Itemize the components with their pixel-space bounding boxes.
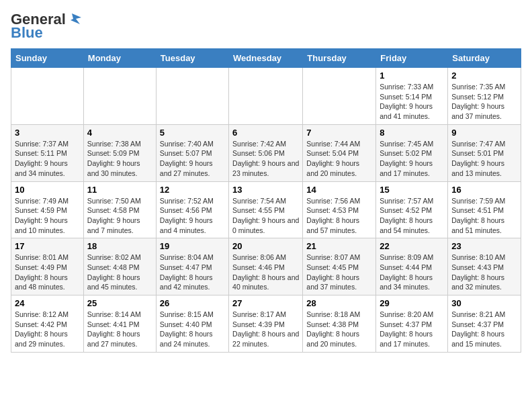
- day-number: 27: [232, 298, 299, 308]
- calendar-cell: 22Sunrise: 8:09 AM Sunset: 4:44 PM Dayli…: [376, 238, 448, 295]
- header-tuesday: Tuesday: [156, 49, 228, 68]
- day-number: 23: [451, 241, 517, 251]
- day-number: 2: [451, 71, 517, 81]
- day-info: Sunrise: 8:07 AM Sunset: 4:45 PM Dayligh…: [306, 253, 372, 292]
- calendar-cell: 29Sunrise: 8:20 AM Sunset: 4:37 PM Dayli…: [376, 295, 448, 353]
- calendar-cell: 21Sunrise: 8:07 AM Sunset: 4:45 PM Dayli…: [303, 238, 376, 295]
- day-info: Sunrise: 8:17 AM Sunset: 4:39 PM Dayligh…: [232, 310, 299, 349]
- day-info: Sunrise: 8:18 AM Sunset: 4:38 PM Dayligh…: [306, 310, 372, 349]
- day-number: 10: [15, 185, 80, 195]
- day-info: Sunrise: 8:12 AM Sunset: 4:42 PM Dayligh…: [15, 310, 80, 349]
- day-number: 25: [87, 298, 152, 308]
- day-number: 22: [380, 241, 444, 251]
- week-row-4: 17Sunrise: 8:01 AM Sunset: 4:49 PM Dayli…: [11, 238, 521, 295]
- day-info: Sunrise: 8:04 AM Sunset: 4:47 PM Dayligh…: [160, 253, 225, 292]
- day-info: Sunrise: 8:09 AM Sunset: 4:44 PM Dayligh…: [380, 253, 444, 292]
- day-info: Sunrise: 8:01 AM Sunset: 4:49 PM Dayligh…: [15, 253, 80, 292]
- day-number: 12: [160, 185, 225, 195]
- day-info: Sunrise: 8:21 AM Sunset: 4:37 PM Dayligh…: [451, 310, 517, 349]
- calendar-cell: 10Sunrise: 7:49 AM Sunset: 4:59 PM Dayli…: [11, 181, 84, 238]
- day-info: Sunrise: 7:44 AM Sunset: 5:04 PM Dayligh…: [306, 139, 372, 179]
- calendar-cell: 25Sunrise: 8:14 AM Sunset: 4:41 PM Dayli…: [83, 295, 156, 353]
- week-row-1: 1Sunrise: 7:33 AM Sunset: 5:14 PM Daylig…: [11, 68, 521, 125]
- day-info: Sunrise: 7:52 AM Sunset: 4:56 PM Dayligh…: [160, 196, 225, 236]
- day-number: 15: [380, 185, 444, 195]
- logo: General Blue: [11, 11, 81, 42]
- day-number: 26: [160, 298, 225, 308]
- calendar-cell: 11Sunrise: 7:50 AM Sunset: 4:58 PM Dayli…: [83, 181, 156, 238]
- day-number: 4: [87, 128, 152, 138]
- calendar-cell: 7Sunrise: 7:44 AM Sunset: 5:04 PM Daylig…: [303, 124, 376, 181]
- day-number: 11: [87, 185, 152, 195]
- day-number: 6: [232, 128, 299, 138]
- day-number: 8: [380, 128, 444, 138]
- day-info: Sunrise: 7:47 AM Sunset: 5:01 PM Dayligh…: [451, 139, 517, 179]
- day-number: 1: [380, 71, 444, 81]
- calendar-cell: 6Sunrise: 7:42 AM Sunset: 5:06 PM Daylig…: [229, 124, 303, 181]
- day-number: 18: [87, 241, 152, 251]
- day-info: Sunrise: 7:40 AM Sunset: 5:07 PM Dayligh…: [160, 139, 225, 179]
- week-row-3: 10Sunrise: 7:49 AM Sunset: 4:59 PM Dayli…: [11, 181, 521, 238]
- calendar-cell: 9Sunrise: 7:47 AM Sunset: 5:01 PM Daylig…: [448, 124, 521, 181]
- day-number: 20: [232, 241, 299, 251]
- calendar-cell: [11, 68, 84, 125]
- calendar-cell: 27Sunrise: 8:17 AM Sunset: 4:39 PM Dayli…: [229, 295, 303, 353]
- day-info: Sunrise: 7:42 AM Sunset: 5:06 PM Dayligh…: [232, 139, 299, 179]
- day-number: 17: [15, 241, 80, 251]
- day-info: Sunrise: 8:14 AM Sunset: 4:41 PM Dayligh…: [87, 310, 152, 349]
- calendar-cell: 15Sunrise: 7:57 AM Sunset: 4:52 PM Dayli…: [376, 181, 448, 238]
- day-info: Sunrise: 7:33 AM Sunset: 5:14 PM Dayligh…: [380, 82, 444, 122]
- day-number: 16: [451, 185, 517, 195]
- day-info: Sunrise: 7:35 AM Sunset: 5:12 PM Dayligh…: [451, 82, 517, 122]
- day-number: 28: [306, 298, 372, 308]
- calendar-cell: 17Sunrise: 8:01 AM Sunset: 4:49 PM Dayli…: [11, 238, 84, 295]
- day-info: Sunrise: 7:45 AM Sunset: 5:02 PM Dayligh…: [380, 139, 444, 179]
- calendar-cell: 23Sunrise: 8:10 AM Sunset: 4:43 PM Dayli…: [448, 238, 521, 295]
- day-number: 13: [232, 185, 299, 195]
- header: General Blue: [11, 11, 521, 42]
- header-thursday: Thursday: [303, 49, 376, 68]
- calendar-cell: 16Sunrise: 7:59 AM Sunset: 4:51 PM Dayli…: [448, 181, 521, 238]
- calendar-cell: 26Sunrise: 8:15 AM Sunset: 4:40 PM Dayli…: [156, 295, 228, 353]
- calendar-cell: 18Sunrise: 8:02 AM Sunset: 4:48 PM Dayli…: [83, 238, 156, 295]
- day-number: 3: [15, 128, 80, 138]
- day-info: Sunrise: 7:59 AM Sunset: 4:51 PM Dayligh…: [451, 196, 517, 236]
- calendar-cell: 8Sunrise: 7:45 AM Sunset: 5:02 PM Daylig…: [376, 124, 448, 181]
- calendar-cell: 14Sunrise: 7:56 AM Sunset: 4:53 PM Dayli…: [303, 181, 376, 238]
- day-number: 5: [160, 128, 225, 138]
- day-info: Sunrise: 7:38 AM Sunset: 5:09 PM Dayligh…: [87, 139, 152, 179]
- logo-blue: Blue: [11, 24, 43, 42]
- day-info: Sunrise: 7:54 AM Sunset: 4:55 PM Dayligh…: [232, 196, 299, 236]
- day-number: 19: [160, 241, 225, 251]
- logo-bird-icon: [66, 12, 81, 27]
- calendar-cell: 24Sunrise: 8:12 AM Sunset: 4:42 PM Dayli…: [11, 295, 84, 353]
- calendar-cell: [83, 68, 156, 125]
- svg-marker-0: [71, 13, 81, 24]
- calendar-cell: 30Sunrise: 8:21 AM Sunset: 4:37 PM Dayli…: [448, 295, 521, 353]
- header-friday: Friday: [376, 49, 448, 68]
- calendar-cell: [156, 68, 228, 125]
- calendar-cell: 20Sunrise: 8:06 AM Sunset: 4:46 PM Dayli…: [229, 238, 303, 295]
- day-info: Sunrise: 8:02 AM Sunset: 4:48 PM Dayligh…: [87, 253, 152, 292]
- day-info: Sunrise: 7:57 AM Sunset: 4:52 PM Dayligh…: [380, 196, 444, 236]
- day-number: 7: [306, 128, 372, 138]
- day-number: 30: [451, 298, 517, 308]
- calendar-cell: 19Sunrise: 8:04 AM Sunset: 4:47 PM Dayli…: [156, 238, 228, 295]
- day-info: Sunrise: 7:49 AM Sunset: 4:59 PM Dayligh…: [15, 196, 80, 236]
- day-number: 24: [15, 298, 80, 308]
- day-info: Sunrise: 8:06 AM Sunset: 4:46 PM Dayligh…: [232, 253, 299, 292]
- week-row-2: 3Sunrise: 7:37 AM Sunset: 5:11 PM Daylig…: [11, 124, 521, 181]
- calendar-cell: 28Sunrise: 8:18 AM Sunset: 4:38 PM Dayli…: [303, 295, 376, 353]
- calendar-cell: [229, 68, 303, 125]
- day-number: 29: [380, 298, 444, 308]
- calendar-header-row: SundayMondayTuesdayWednesdayThursdayFrid…: [11, 49, 521, 68]
- header-sunday: Sunday: [11, 49, 84, 68]
- day-info: Sunrise: 8:10 AM Sunset: 4:43 PM Dayligh…: [451, 253, 517, 292]
- day-number: 14: [306, 185, 372, 195]
- calendar-cell: 5Sunrise: 7:40 AM Sunset: 5:07 PM Daylig…: [156, 124, 228, 181]
- calendar-cell: 12Sunrise: 7:52 AM Sunset: 4:56 PM Dayli…: [156, 181, 228, 238]
- calendar-cell: 3Sunrise: 7:37 AM Sunset: 5:11 PM Daylig…: [11, 124, 84, 181]
- calendar-cell: 13Sunrise: 7:54 AM Sunset: 4:55 PM Dayli…: [229, 181, 303, 238]
- day-info: Sunrise: 7:37 AM Sunset: 5:11 PM Dayligh…: [15, 139, 80, 179]
- calendar-table: SundayMondayTuesdayWednesdayThursdayFrid…: [11, 48, 521, 353]
